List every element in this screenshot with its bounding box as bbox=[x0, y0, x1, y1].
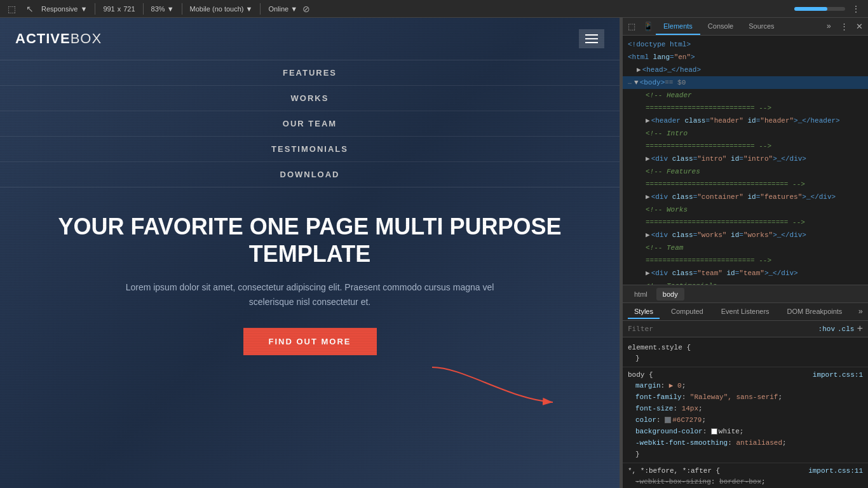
prop-name-bgcolor: background-color bbox=[635, 428, 703, 435]
toggle-features[interactable]: ▶ bbox=[646, 191, 650, 203]
devtools-close-btn[interactable]: ✕ bbox=[853, 20, 865, 32]
prop-font-size: font-size: 14px; bbox=[623, 403, 868, 414]
tab-sources[interactable]: Sources bbox=[741, 18, 782, 35]
device-label: Mobile (no touch) bbox=[190, 5, 244, 13]
tree-line-comment-works[interactable]: <!-- Works bbox=[623, 203, 868, 216]
prop-val-bgcolor: white bbox=[719, 428, 740, 435]
toolbar-sep-1 bbox=[95, 3, 95, 15]
device-dropdown[interactable]: Mobile (no touch) ▼ bbox=[190, 5, 253, 13]
tree-line-comment-header[interactable]: <!-- Header bbox=[623, 89, 868, 102]
tree-line-html[interactable]: <html lang="en"> bbox=[623, 51, 868, 64]
tree-line-comment-features[interactable]: <!-- Features bbox=[623, 165, 868, 178]
comment-eq2: ========================== --> bbox=[646, 140, 771, 152]
bottom-tab-html[interactable]: html bbox=[628, 288, 654, 301]
add-style-btn[interactable]: + bbox=[857, 323, 863, 335]
dock-btn[interactable]: ⬚ bbox=[625, 20, 638, 32]
team-tag: <div class="team" id="team">_</div> bbox=[651, 268, 798, 279]
nav-link-works[interactable]: WORKS bbox=[0, 86, 620, 111]
tree-line-head[interactable]: ▶ <head>_</head> bbox=[623, 64, 868, 76]
nav-links: FEATURES WORKS OUR TEAM TESTIMONIALS DOW… bbox=[0, 60, 620, 187]
toggle-intro[interactable]: ▶ bbox=[646, 153, 650, 165]
tree-line-comment-eq4[interactable]: ================================== --> bbox=[623, 216, 868, 229]
phone-btn[interactable]: 📱 bbox=[641, 20, 656, 32]
tree-line-header[interactable]: ▶ <header class="header" id="header">_</… bbox=[623, 114, 868, 127]
tree-line-doctype[interactable]: <!doctype html> bbox=[623, 38, 868, 51]
tree-line-comment-eq5[interactable]: ========================== --> bbox=[623, 254, 868, 267]
throttle-icon[interactable]: ⊘ bbox=[302, 4, 310, 14]
body-tag: <body> bbox=[640, 77, 665, 88]
prop-name-fontfamily: font-family bbox=[635, 393, 682, 401]
tree-line-features[interactable]: ▶ <div class="container" id="features">_… bbox=[623, 191, 868, 203]
tree-line-intro[interactable]: ▶ <div class="intro" id="intro">_</div> bbox=[623, 152, 868, 165]
nav-link-testimonials[interactable]: TESTIMONIALS bbox=[0, 137, 620, 162]
inspect-btn[interactable]: ↖ bbox=[24, 3, 36, 15]
style-sub-tabs-more[interactable]: » bbox=[858, 308, 863, 316]
tree-line-comment-eq3[interactable]: ================================== --> bbox=[623, 178, 868, 191]
toggle-header[interactable]: ▶ bbox=[646, 115, 650, 126]
source-link-body[interactable]: import.css:1 bbox=[813, 371, 863, 379]
sub-tab-dom-breakpoints[interactable]: DOM Breakpoints bbox=[781, 305, 849, 319]
hero-section: YOUR FAVORITE ONE PAGE MULTI PURPOSE TEM… bbox=[0, 187, 620, 374]
hamburger-button[interactable] bbox=[579, 29, 604, 48]
toggle-body[interactable]: ▼ bbox=[634, 77, 639, 88]
devtools-settings-btn[interactable]: ⋮ bbox=[837, 20, 851, 32]
prop-color: color: #6C7279; bbox=[623, 414, 868, 426]
tree-line-team[interactable]: ▶ <div class="team" id="team">_</div> bbox=[623, 267, 868, 280]
cls-btn[interactable]: .cls bbox=[837, 325, 854, 333]
tab-elements[interactable]: Elements bbox=[656, 18, 700, 35]
tree-line-comment-eq1[interactable]: ========================== --> bbox=[623, 102, 868, 114]
more-tabs-label: » bbox=[827, 22, 831, 31]
tree-line-comment-team[interactable]: <!-- Team bbox=[623, 241, 868, 254]
sub-tab-computed[interactable]: Computed bbox=[665, 305, 710, 319]
tab-console[interactable]: Console bbox=[700, 18, 741, 35]
nav-link-download[interactable]: DOWNLOAD bbox=[0, 162, 620, 187]
toggle-head[interactable]: ▶ bbox=[637, 64, 641, 76]
prop-webkit-smoothing: -webkit-font-smoothing: antialiased; bbox=[623, 437, 868, 449]
selector-star: *, *:before, *:after { bbox=[628, 467, 720, 475]
sub-tab-event-listeners[interactable]: Event Listeners bbox=[715, 305, 776, 319]
line-indicator: … bbox=[628, 77, 632, 88]
find-out-more-button[interactable]: FIND OUT MORE bbox=[243, 328, 377, 355]
body-eq: == $0 bbox=[665, 77, 686, 88]
filter-bar: :hov .cls + bbox=[623, 321, 868, 337]
prop-margin: margin: ▶ 0; bbox=[623, 380, 868, 391]
bottom-tab-body[interactable]: body bbox=[656, 288, 684, 301]
tree-line-works[interactable]: ▶ <div class="works" id="works">_</div> bbox=[623, 229, 868, 241]
devtools-more-tabs[interactable]: » bbox=[823, 22, 835, 31]
body-close: } bbox=[623, 449, 868, 460]
tree-line-comment-eq2[interactable]: ========================== --> bbox=[623, 140, 868, 152]
dom-tree[interactable]: <!doctype html> <html lang="en"> ▶ <head… bbox=[623, 36, 868, 285]
online-dropdown[interactable]: Online ▼ bbox=[268, 5, 297, 13]
features-tag: <div class="container" id="features">_</… bbox=[651, 191, 836, 203]
source-link-star[interactable]: import.css:11 bbox=[808, 467, 863, 475]
comment-works: <!-- Works bbox=[646, 204, 688, 215]
color-swatch-color[interactable] bbox=[665, 417, 671, 423]
tree-line-comment-intro[interactable]: <!-- Intro bbox=[623, 127, 868, 140]
height-value: 721 bbox=[123, 5, 135, 13]
style-block-body: body { import.css:1 margin: ▶ 0; font-fa… bbox=[623, 367, 868, 463]
prop-bgcolor: background-color: white; bbox=[623, 426, 868, 437]
sub-tab-styles[interactable]: Styles bbox=[628, 305, 660, 319]
filter-input[interactable] bbox=[628, 325, 818, 333]
device-toggle-btn[interactable]: ⬚ bbox=[5, 3, 18, 15]
hov-btn[interactable]: :hov bbox=[818, 325, 835, 333]
styles-pane[interactable]: element.style { } body { import.css:1 ma… bbox=[623, 337, 868, 488]
color-swatch-bgcolor[interactable] bbox=[711, 428, 717, 435]
toolbar-sep-2 bbox=[143, 3, 144, 15]
toggle-works[interactable]: ▶ bbox=[646, 229, 650, 241]
hamburger-line-1 bbox=[585, 34, 598, 36]
bottom-section: html body Styles Computed Event Listener… bbox=[623, 285, 868, 488]
hero-description: Lorem ipsum dolor sit amet, consectetur … bbox=[119, 280, 501, 309]
nav-link-team[interactable]: OUR TEAM bbox=[0, 111, 620, 137]
responsive-dropdown[interactable]: Responsive ▼ bbox=[41, 5, 87, 13]
tree-line-body[interactable]: … ▼ <body> == $0 bbox=[623, 76, 868, 89]
toggle-team[interactable]: ▶ bbox=[646, 268, 650, 279]
nav-link-features[interactable]: FEATURES bbox=[0, 60, 620, 86]
zoom-dropdown[interactable]: 83% ▼ bbox=[151, 5, 174, 13]
comment-team: <!-- Team bbox=[646, 242, 683, 254]
header-tag: <header class="header" id="header">_</he… bbox=[651, 115, 840, 126]
tree-line-comment-testimonials[interactable]: <!-- Testimonials bbox=[623, 280, 868, 285]
logo-active: ACTIVE bbox=[15, 30, 71, 46]
more-tools-btn[interactable]: ⋮ bbox=[849, 3, 863, 15]
hero-title: YOUR FAVORITE ONE PAGE MULTI PURPOSE TEM… bbox=[25, 213, 594, 268]
